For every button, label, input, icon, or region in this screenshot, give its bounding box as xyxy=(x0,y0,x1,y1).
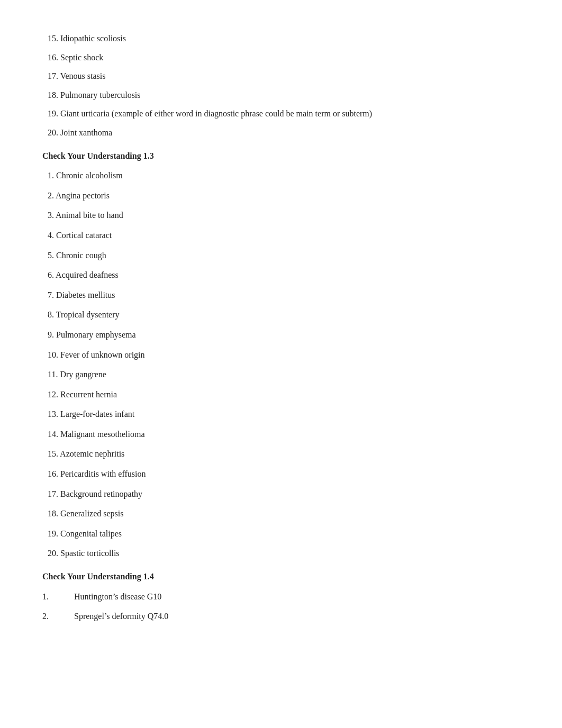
list-item: 17. Venous stasis xyxy=(42,69,520,83)
check14-section: Check Your Understanding 1.41.Huntington… xyxy=(42,570,520,623)
check13-item: 9. Pulmonary emphysema xyxy=(42,328,520,342)
list-item: 16. Septic shock xyxy=(42,51,520,65)
check13-item: 8. Tropical dysentery xyxy=(42,308,520,322)
list-item: 18. Pulmonary tuberculosis xyxy=(42,88,520,102)
check13-item: 12. Recurrent hernia xyxy=(42,388,520,402)
check13-item: 6. Acquired deafness xyxy=(42,268,520,282)
check13-item: 4. Cortical cataract xyxy=(42,229,520,242)
item-text: Huntington’s disease G10 xyxy=(74,590,161,604)
check13-item: 19. Congenital talipes xyxy=(42,527,520,541)
check13-item: 1. Chronic alcoholism xyxy=(42,169,520,183)
check14-item: 2.Sprengel’s deformity Q74.0 xyxy=(42,609,520,623)
check13-item: 20. Spastic torticollis xyxy=(42,547,520,560)
list-item: 19. Giant urticaria (example of either w… xyxy=(42,107,520,121)
check13-item: 2. Angina pectoris xyxy=(42,189,520,203)
check13-section: Check Your Understanding 1.31. Chronic a… xyxy=(42,149,520,560)
check13-item: 5. Chronic cough xyxy=(42,249,520,262)
check13-item: 11. Dry gangrene xyxy=(42,368,520,381)
check13-item: 10. Fever of unknown origin xyxy=(42,348,520,362)
check13-item: 15. Azotemic nephritis xyxy=(42,447,520,461)
check13-item: 13. Large-for-dates infant xyxy=(42,407,520,421)
list-item: 20. Joint xanthoma xyxy=(42,126,520,140)
check13-item: 7. Diabetes mellitus xyxy=(42,288,520,302)
check13-item: 14. Malignant mesothelioma xyxy=(42,427,520,441)
check13-heading: Check Your Understanding 1.3 xyxy=(42,149,520,163)
check13-item: 16. Pericarditis with effusion xyxy=(42,467,520,481)
item-number: 2. xyxy=(42,609,74,623)
item-text: Sprengel’s deformity Q74.0 xyxy=(74,609,168,623)
check14-item: 1.Huntington’s disease G10 xyxy=(42,590,520,604)
check13-item: 3. Animal bite to hand xyxy=(42,208,520,222)
list-item: 15. Idiopathic scoliosis xyxy=(42,32,520,46)
item-number: 1. xyxy=(42,590,74,604)
check13-item: 18. Generalized sepsis xyxy=(42,507,520,521)
check14-heading: Check Your Understanding 1.4 xyxy=(42,570,520,584)
check13-item: 17. Background retinopathy xyxy=(42,487,520,501)
section1-list: 15. Idiopathic scoliosis16. Septic shock… xyxy=(42,32,520,140)
